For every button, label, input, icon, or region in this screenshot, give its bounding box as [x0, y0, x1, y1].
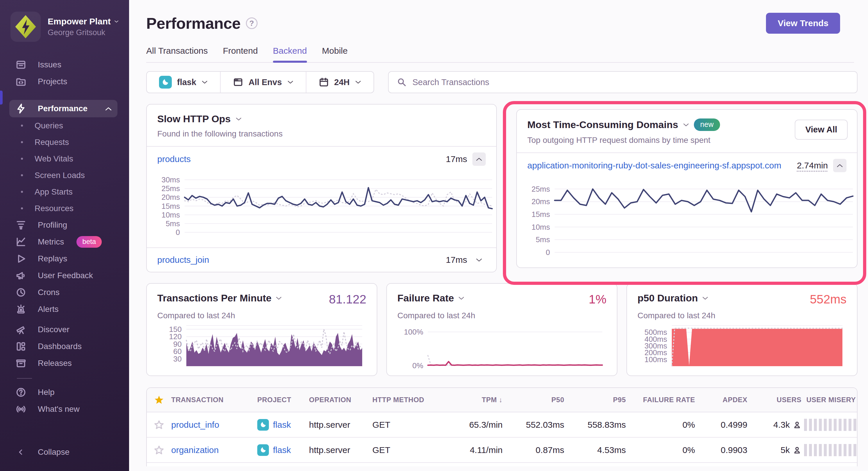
org-switcher[interactable]: Empower Plant George Gritsouk — [0, 12, 129, 42]
sidebar-item-requests[interactable]: Requests — [0, 134, 129, 150]
tab-frontend[interactable]: Frontend — [223, 46, 258, 62]
collapse-row-button[interactable] — [472, 153, 486, 166]
sidebar-item-whats-new[interactable]: What's new — [0, 401, 129, 417]
tab-mobile[interactable]: Mobile — [322, 46, 348, 62]
domains-chart[interactable]: 25ms20ms15ms10ms5ms0 — [517, 178, 857, 267]
transaction-link[interactable]: product_info — [171, 420, 219, 430]
project-filter-label: flask — [177, 77, 196, 87]
sidebar-item-dashboards[interactable]: Dashboards — [0, 338, 129, 355]
view-all-button[interactable]: View All — [795, 120, 848, 140]
sidebar-item-user-feedback[interactable]: User Feedback — [0, 267, 129, 284]
col-header[interactable]: USER MISERY — [804, 396, 858, 404]
tab-all-transactions[interactable]: All Transactions — [146, 46, 208, 62]
project-link[interactable]: flask — [273, 445, 291, 455]
sidebar-item-discover[interactable]: Discover — [0, 321, 129, 338]
p95-cell: 558.83ms — [566, 420, 628, 430]
card-title[interactable]: Failure Rate — [397, 293, 454, 304]
app-root: Empower Plant George Gritsouk Issues Pro… — [0, 0, 868, 471]
apdex-cell: 0.4999 — [698, 420, 750, 430]
chevron-down-icon[interactable] — [458, 296, 465, 300]
chevron-down-icon[interactable] — [683, 123, 689, 127]
sidebar-item-help[interactable]: Help — [0, 384, 129, 401]
sidebar-item-web-vitals[interactable]: Web Vitals — [0, 150, 129, 167]
view-trends-button[interactable]: View Trends — [766, 13, 840, 34]
col-header[interactable]: USERS — [750, 396, 804, 404]
col-header-sorted[interactable]: TPM ↓ — [447, 396, 505, 404]
chevron-down-icon[interactable] — [702, 296, 708, 300]
environment-filter[interactable]: All Envs — [220, 72, 306, 93]
card-title[interactable]: Transactions Per Minute — [157, 293, 272, 304]
bullet-icon — [21, 207, 23, 209]
sidebar-item-label: Crons — [38, 288, 60, 297]
project-link[interactable]: flask — [273, 420, 291, 430]
user-icon — [793, 446, 801, 455]
slow-http-ops-chart[interactable]: 30ms25ms20ms15ms10ms5ms0 — [147, 172, 496, 247]
svg-text:20ms: 20ms — [531, 197, 550, 206]
chevron-down-icon[interactable] — [236, 117, 242, 121]
col-header[interactable]: HTTP METHOD — [372, 396, 447, 404]
title-help-icon[interactable]: ? — [246, 18, 257, 29]
col-header[interactable]: P95 — [566, 396, 628, 404]
col-header[interactable]: PROJECT — [257, 396, 309, 404]
org-names: Empower Plant George Gritsouk — [48, 16, 119, 37]
table-header: TRANSACTION PROJECT OPERATION HTTP METHO… — [147, 388, 857, 412]
collapse-row-button[interactable] — [833, 159, 846, 172]
sidebar-item-metrics[interactable]: Metrics beta — [0, 233, 129, 250]
search-transactions — [388, 71, 858, 93]
col-header[interactable]: APDEX — [698, 396, 750, 404]
date-range-filter[interactable]: 24H — [306, 72, 374, 93]
card-subtitle: Compared to last 24h — [397, 311, 607, 320]
star-toggle[interactable] — [147, 445, 171, 455]
col-header[interactable]: P50 — [505, 396, 566, 404]
card-title[interactable]: p50 Duration — [638, 293, 698, 304]
issues-icon — [15, 59, 27, 71]
sidebar-item-projects[interactable]: Projects — [0, 73, 129, 90]
project-filter[interactable]: flask — [147, 72, 220, 93]
sidebar-item-label: Screen Loads — [35, 171, 85, 180]
transaction-link[interactable]: organization — [171, 445, 219, 455]
star-toggle[interactable] — [147, 420, 171, 430]
sidebar-item-app-starts[interactable]: App Starts — [0, 183, 129, 200]
sidebar-item-replays[interactable]: Replays — [0, 250, 129, 267]
sidebar-item-profiling[interactable]: Profiling — [0, 216, 129, 233]
expand-row-button[interactable] — [472, 253, 486, 267]
star-icon[interactable] — [147, 395, 171, 405]
org-name: Empower Plant — [48, 16, 111, 26]
sidebar-item-label: Projects — [38, 77, 67, 86]
col-header[interactable]: TRANSACTION — [171, 396, 257, 404]
org-user: George Gritsouk — [48, 28, 119, 37]
tab-backend[interactable]: Backend — [273, 46, 307, 62]
table-row: organization flask http.server GET 4.11/… — [147, 438, 857, 463]
sidebar-item-label: Dashboards — [38, 342, 82, 351]
sidebar-item-crons[interactable]: Crons — [0, 284, 129, 301]
sidebar-divider — [17, 378, 32, 379]
sidebar-item-alerts[interactable]: Alerts — [0, 301, 129, 318]
svg-text:0: 0 — [546, 248, 550, 257]
time-spent-value[interactable]: 2.74min — [797, 161, 828, 170]
transaction-link[interactable]: products — [157, 154, 191, 164]
tpm-chart[interactable]: 150120906030 — [157, 323, 366, 369]
megaphone-icon — [15, 270, 27, 281]
chevron-down-icon[interactable] — [276, 296, 282, 300]
sidebar-collapse-button[interactable]: Collapse — [0, 444, 129, 461]
search-input[interactable] — [412, 77, 849, 87]
failure-rate-chart[interactable]: 100%0% — [397, 323, 607, 369]
col-header[interactable]: OPERATION — [309, 396, 372, 404]
p50-duration-card: p50 Duration 552ms Compared to last 24h … — [626, 283, 858, 376]
sidebar-item-performance[interactable]: Performance — [9, 100, 118, 117]
p50-chart[interactable]: 500ms400ms300ms200ms100ms — [638, 323, 846, 369]
col-header[interactable]: FAILURE RATE — [628, 396, 698, 404]
sidebar-item-issues[interactable]: Issues — [0, 56, 129, 73]
card-title[interactable]: Most Time-Consuming Domains — [527, 119, 678, 130]
transaction-link[interactable]: products_join — [157, 255, 209, 265]
sidebar-item-label: Metrics — [38, 237, 64, 246]
sidebar-item-queries[interactable]: Queries — [0, 117, 129, 134]
siren-icon — [15, 303, 27, 315]
sidebar-item-resources[interactable]: Resources — [0, 200, 129, 216]
card-title[interactable]: Slow HTTP Ops — [157, 113, 231, 125]
tpm-cell: 65.3/min — [447, 420, 505, 430]
domain-link[interactable]: application-monitoring-ruby-dot-sales-en… — [527, 161, 781, 170]
sidebar-item-releases[interactable]: Releases — [0, 355, 129, 372]
card-subtitle: Compared to last 24h — [157, 311, 366, 320]
sidebar-item-screen-loads[interactable]: Screen Loads — [0, 167, 129, 183]
